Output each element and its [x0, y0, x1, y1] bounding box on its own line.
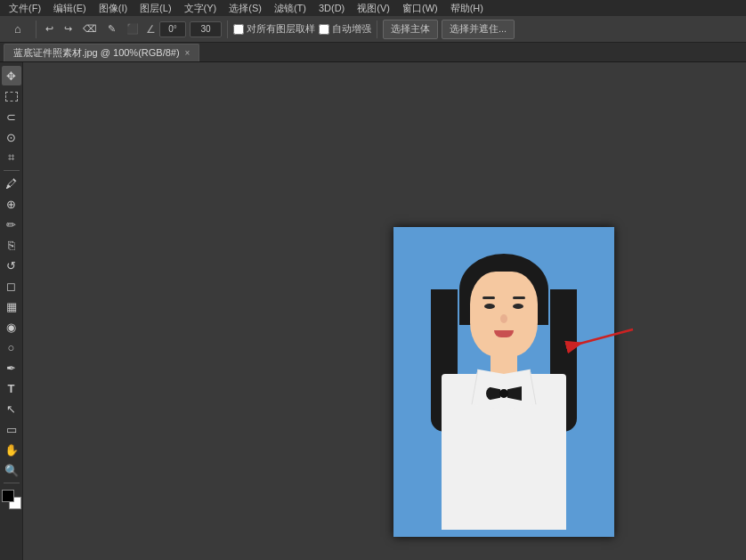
redo-icon: ↪: [64, 23, 72, 35]
menu-edit[interactable]: 编辑(E): [48, 1, 92, 16]
photo-canvas: [393, 227, 614, 537]
zoom-tool[interactable]: 🔍: [2, 460, 21, 480]
menu-file[interactable]: 文件(F): [4, 1, 46, 16]
eyebrow-right: [513, 296, 525, 299]
bow-left: [486, 386, 500, 401]
hand-icon: ✋: [4, 443, 19, 457]
eye-right: [513, 304, 523, 309]
toolbar: ⌂ ↩ ↪ ⌫ ✎ ⬛ ∠ 对所有图层取样 自动增强 选择主体 选择并遮住...: [0, 16, 746, 43]
move-icon: ✥: [6, 69, 16, 83]
tool-sep-1: [4, 170, 20, 171]
bow-center: [499, 389, 508, 398]
angle-input[interactable]: [159, 21, 186, 37]
zoom-icon: 🔍: [4, 464, 19, 477]
all-layers-text: 对所有图层取样: [247, 22, 315, 36]
eyedropper-icon: 🖍: [5, 177, 17, 191]
tool-1-icon: ⌫: [83, 23, 97, 35]
quick-select-icon: ⊙: [6, 131, 16, 144]
text-tool[interactable]: T: [2, 378, 21, 398]
menu-image[interactable]: 图像(I): [93, 1, 133, 16]
path-select-icon: ↖: [6, 402, 16, 416]
healing-icon: ⊕: [6, 198, 16, 211]
tab-bar: 蓝底证件照素材.jpg @ 100%(RGB/8#) ×: [0, 43, 746, 62]
lasso-tool[interactable]: ⊂: [2, 107, 21, 126]
path-select-tool[interactable]: ↖: [2, 399, 21, 418]
bow-tie: [486, 383, 522, 404]
auto-enhance-text: 自动增强: [332, 22, 371, 36]
menu-text[interactable]: 文字(Y): [179, 1, 223, 16]
dodge-icon: ○: [8, 341, 15, 354]
tab-filename: 蓝底证件照素材.jpg @ 100%(RGB/8#): [13, 46, 180, 60]
dodge-tool[interactable]: ○: [2, 337, 21, 357]
eraser-tool[interactable]: ◻: [2, 276, 21, 296]
photo-background: [393, 227, 614, 537]
face: [470, 272, 538, 357]
brush-icon: ✏: [6, 218, 16, 231]
quick-select-tool[interactable]: ⊙: [2, 127, 21, 147]
tool-sep-2: [4, 483, 20, 483]
blur-icon: ◉: [6, 321, 16, 334]
angle-icon: ∠: [146, 23, 156, 36]
home-button[interactable]: ⌂: [5, 20, 30, 39]
brush-size-input[interactable]: [190, 21, 222, 37]
menu-help[interactable]: 帮助(H): [445, 1, 489, 16]
gradient-icon: ▦: [6, 300, 17, 313]
all-layers-checkbox[interactable]: [233, 24, 244, 35]
clone-tool[interactable]: ⎘: [2, 235, 21, 255]
tool-2-icon: ✎: [108, 23, 116, 35]
auto-enhance-label[interactable]: 自动增强: [319, 22, 371, 36]
auto-enhance-checkbox[interactable]: [319, 24, 329, 35]
select-subject-button[interactable]: 选择主体: [383, 20, 438, 39]
eye-left: [484, 304, 495, 309]
toolbar-redo-button[interactable]: ↪: [61, 20, 76, 39]
toolbar-undo-button[interactable]: ↩: [42, 20, 57, 39]
canvas-area[interactable]: [23, 62, 746, 560]
angle-input-group: [159, 21, 186, 37]
pen-icon: ✒: [6, 361, 16, 375]
crop-tool[interactable]: ⌗: [2, 148, 21, 167]
main-layout: ✥ ⊂ ⊙ ⌗ 🖍 ⊕ ✏ ⎘: [0, 62, 746, 560]
pen-tool[interactable]: ✒: [2, 358, 21, 377]
menu-bar: 文件(F) 编辑(E) 图像(I) 图层(L) 文字(Y) 选择(S) 滤镜(T…: [0, 0, 746, 16]
history-brush-icon: ↺: [6, 259, 16, 272]
clone-icon: ⎘: [8, 239, 15, 252]
toolbar-sep-2: [227, 20, 228, 38]
nose: [500, 314, 507, 323]
document-tab[interactable]: 蓝底证件照素材.jpg @ 100%(RGB/8#) ×: [4, 44, 199, 61]
home-icon: ⌂: [9, 20, 27, 38]
brush-tool[interactable]: ✏: [2, 215, 21, 234]
toolbar-sep-3: [377, 20, 377, 38]
menu-select[interactable]: 选择(S): [223, 1, 267, 16]
toolbar-tool-3[interactable]: ⬛: [123, 20, 142, 39]
lasso-icon: ⊂: [6, 110, 16, 124]
foreground-color-swatch[interactable]: [2, 490, 14, 502]
marquee-icon: [5, 92, 18, 101]
color-swatches[interactable]: [2, 490, 21, 509]
toolbar-tool-1[interactable]: ⌫: [79, 20, 101, 39]
hand-tool[interactable]: ✋: [2, 440, 21, 459]
eraser-icon: ◻: [6, 280, 16, 293]
move-tool[interactable]: ✥: [2, 66, 21, 85]
tab-close-button[interactable]: ×: [185, 48, 191, 58]
select-and-mask-button[interactable]: 选择并遮住...: [442, 20, 515, 39]
history-brush-tool[interactable]: ↺: [2, 256, 21, 275]
healing-tool[interactable]: ⊕: [2, 194, 21, 214]
toolbar-sep-1: [36, 20, 36, 38]
gradient-tool[interactable]: ▦: [2, 296, 21, 316]
shape-tool[interactable]: ▭: [2, 419, 21, 439]
mouth: [494, 330, 514, 337]
toolbar-tool-2[interactable]: ✎: [104, 20, 119, 39]
menu-window[interactable]: 窗口(W): [397, 1, 443, 16]
eyebrow-left: [482, 296, 495, 299]
brush-size-group: [190, 21, 222, 37]
text-icon: T: [8, 382, 15, 395]
all-layers-label[interactable]: 对所有图层取样: [233, 22, 315, 36]
menu-filter[interactable]: 滤镜(T): [269, 1, 312, 16]
menu-layer[interactable]: 图层(L): [134, 1, 176, 16]
crop-icon: ⌗: [8, 150, 14, 165]
eyedropper-tool[interactable]: 🖍: [2, 174, 21, 193]
marquee-tool[interactable]: [2, 86, 21, 106]
blur-tool[interactable]: ◉: [2, 317, 21, 337]
menu-view[interactable]: 视图(V): [352, 1, 395, 16]
menu-3d[interactable]: 3D(D): [313, 2, 350, 14]
